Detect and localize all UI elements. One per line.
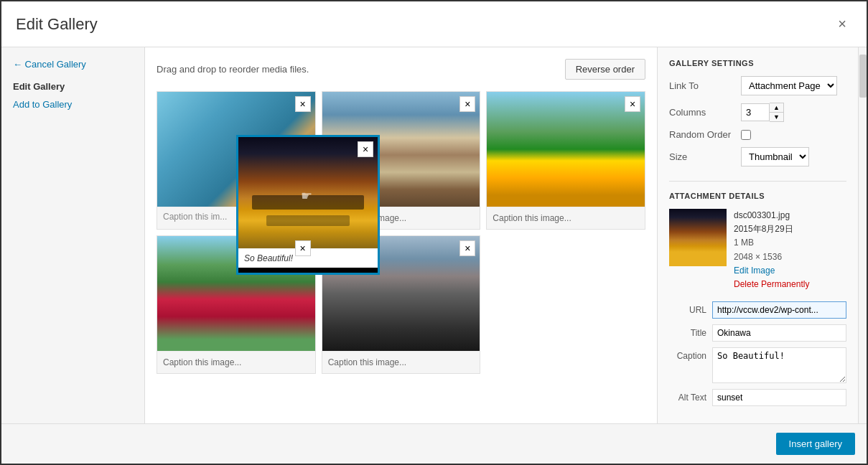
main-content: Drag and drop to reorder media files. Re… — [145, 47, 657, 423]
random-order-label: Random Order — [669, 129, 741, 140]
sidebar: ← Cancel Gallery Edit Gallery Add to Gal… — [1, 47, 145, 423]
drag-hint: Drag and drop to reorder media files. — [157, 64, 309, 75]
remove-image-4-button[interactable]: × — [625, 96, 640, 112]
columns-up-button[interactable]: ▲ — [770, 103, 783, 113]
gallery-settings-section: GALLERY SETTINGS Link To Attachment Page… — [669, 59, 846, 166]
title-row: Title — [669, 324, 846, 342]
columns-input-wrap: ▲ ▼ — [741, 103, 784, 122]
link-to-row: Link To Attachment Page Media File None — [669, 76, 846, 95]
gallery-caption-5: Caption this image... — [157, 351, 315, 373]
alt-text-label: Alt Text — [669, 389, 712, 403]
alt-text-row: Alt Text — [669, 389, 846, 406]
remove-image-6-button[interactable]: × — [459, 240, 475, 256]
url-input[interactable] — [712, 301, 846, 319]
columns-label: Columns — [669, 107, 741, 118]
remove-image-5-button[interactable]: × — [295, 240, 311, 256]
size-select-wrap: Thumbnail Medium Large Full Size — [741, 147, 809, 166]
size-label: Size — [669, 151, 741, 162]
remove-image-1-button[interactable]: × — [295, 96, 311, 112]
random-order-checkbox[interactable] — [741, 130, 751, 140]
reverse-order-button[interactable]: Reverse order — [565, 59, 645, 80]
settings-panel: GALLERY SETTINGS Link To Attachment Page… — [657, 47, 858, 423]
edit-gallery-dialog: Edit Gallery × ← Cancel Gallery Edit Gal… — [0, 0, 868, 465]
url-label: URL — [669, 301, 712, 315]
size-row: Size Thumbnail Medium Large Full Size — [669, 147, 846, 166]
scrollbar-track — [859, 55, 867, 423]
insert-gallery-button[interactable]: Insert gallery — [776, 433, 855, 455]
attachment-details-title: ATTACHMENT DETAILS — [669, 192, 846, 200]
dialog-footer: Insert gallery — [1, 423, 867, 464]
link-to-select[interactable]: Attachment Page Media File None — [741, 76, 837, 95]
link-to-select-wrap: Attachment Page Media File None — [741, 76, 837, 95]
attachment-filesize: 1 MB — [734, 236, 809, 250]
caption-row: Caption So Beautiful! — [669, 347, 846, 383]
dialog-body: ← Cancel Gallery Edit Gallery Add to Gal… — [1, 47, 867, 423]
alt-text-input[interactable] — [712, 389, 846, 406]
attachment-filename: dsc003301.jpg — [734, 209, 809, 222]
selected-gallery-image: ☛ — [238, 137, 378, 248]
remove-image-3-button[interactable]: × — [459, 96, 475, 112]
gallery-item: × × ☛ So Beautiful! Caption this im... — [157, 91, 316, 230]
delete-permanently-link[interactable]: Delete Permanently — [734, 278, 809, 291]
columns-row: Columns ▲ ▼ — [669, 103, 846, 122]
columns-input[interactable] — [741, 103, 770, 121]
gallery-caption-4: Caption this image... — [487, 207, 645, 229]
caption-input[interactable]: So Beautiful! — [712, 347, 846, 383]
sidebar-section-title: Edit Gallery — [13, 81, 133, 92]
dialog-title: Edit Gallery — [16, 15, 98, 34]
attachment-dimensions: 2048 × 1536 — [734, 250, 809, 264]
title-label: Title — [669, 324, 712, 338]
gallery-item: × Caption this image... — [486, 91, 645, 230]
cancel-gallery-button[interactable]: ← Cancel Gallery — [13, 59, 86, 70]
attachment-thumb-image — [669, 209, 727, 266]
gallery-image-4 — [487, 92, 645, 207]
close-button[interactable]: × — [832, 13, 852, 35]
dialog-header: Edit Gallery × — [1, 1, 867, 47]
scrollbar-thumb[interactable] — [859, 55, 867, 98]
random-order-row: Random Order — [669, 129, 846, 140]
main-header: Drag and drop to reorder media files. Re… — [157, 59, 645, 80]
gallery-caption-6: Caption this image... — [322, 351, 480, 373]
gallery-settings-title: GALLERY SETTINGS — [669, 59, 846, 67]
edit-image-link[interactable]: Edit Image — [734, 264, 809, 278]
remove-image-selected-button[interactable]: × — [358, 141, 373, 157]
attachment-thumbnail — [669, 209, 727, 266]
scrollbar[interactable] — [858, 47, 867, 423]
gallery-grid: × × ☛ So Beautiful! Caption this im... — [157, 91, 645, 374]
attachment-meta: dsc003301.jpg 2015年8月29日 1 MB 2048 × 153… — [734, 209, 809, 291]
attachment-info: dsc003301.jpg 2015年8月29日 1 MB 2048 × 153… — [669, 209, 846, 291]
link-to-label: Link To — [669, 80, 741, 91]
attachment-date: 2015年8月29日 — [734, 222, 809, 236]
title-input[interactable] — [712, 324, 846, 342]
url-row: URL — [669, 301, 846, 319]
attachment-details-section: ATTACHMENT DETAILS dsc003301.jpg 2015年8月… — [669, 181, 846, 406]
columns-spinner: ▲ ▼ — [770, 103, 784, 122]
add-to-gallery-button[interactable]: Add to Gallery — [13, 99, 72, 110]
size-select[interactable]: Thumbnail Medium Large Full Size — [741, 147, 809, 166]
caption-label: Caption — [669, 347, 712, 361]
columns-down-button[interactable]: ▼ — [770, 113, 783, 121]
